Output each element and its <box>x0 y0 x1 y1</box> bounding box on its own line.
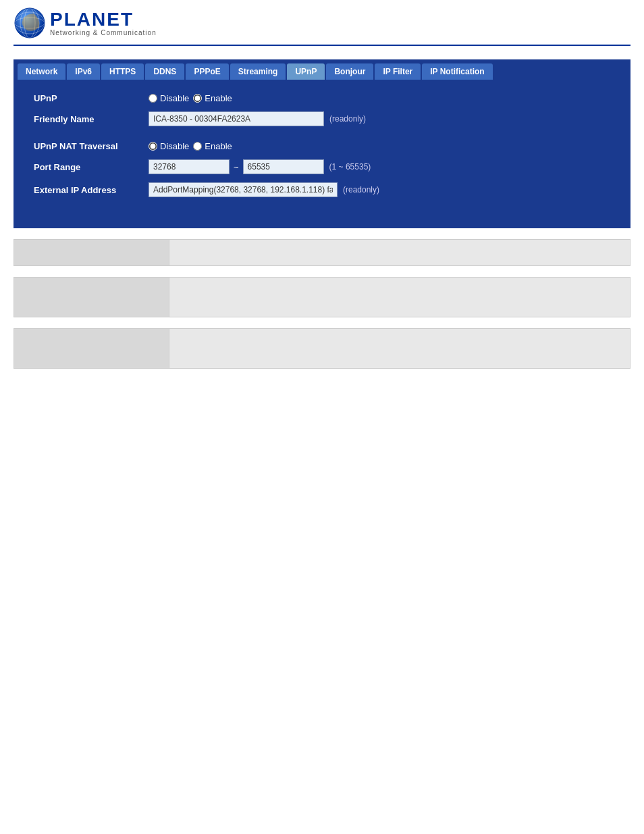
external-ip-input[interactable] <box>149 182 338 197</box>
upnp-disable-radio[interactable] <box>149 94 157 103</box>
gray-section-2-left <box>14 278 169 317</box>
port-to-input[interactable] <box>243 159 324 174</box>
nat-traversal-controls: Disable Enable <box>149 141 610 151</box>
logo-globe-icon <box>14 7 46 39</box>
port-range-row: Port Range ~ (1 ~ 65535) <box>34 159 610 174</box>
nat-enable-option[interactable]: Enable <box>193 141 232 151</box>
upnp-enable-label: Enable <box>205 93 232 103</box>
tab-bonjour[interactable]: Bonjour <box>326 63 373 80</box>
tab-streaming[interactable]: Streaming <box>230 63 286 80</box>
external-ip-label: External IP Address <box>34 185 149 195</box>
port-range-label: Port Range <box>34 162 149 172</box>
tab-pppoe[interactable]: PPPoE <box>186 63 228 80</box>
nat-traversal-row: UPnP NAT Traversal Disable Enable <box>34 141 610 151</box>
header: PLANET Networking & Communication <box>0 0 644 39</box>
nat-disable-option[interactable]: Disable <box>149 141 189 151</box>
upnp-label: UPnP <box>34 93 149 103</box>
port-from-input[interactable] <box>149 159 230 174</box>
friendly-name-controls: (readonly) <box>149 111 610 126</box>
tab-https[interactable]: HTTPS <box>101 63 144 80</box>
tab-ip-notification[interactable]: IP Notification <box>422 63 492 80</box>
nav-tabs: Network IPv6 HTTPS DDNS PPPoE Streaming … <box>14 59 630 80</box>
tab-ip-filter[interactable]: IP Filter <box>375 63 421 80</box>
spacer-1 <box>34 134 610 141</box>
upnp-enable-option[interactable]: Enable <box>193 93 232 103</box>
tab-ipv6[interactable]: IPv6 <box>67 63 100 80</box>
nat-radio-group: Disable Enable <box>149 141 232 151</box>
friendly-name-readonly: (readonly) <box>329 114 366 124</box>
gray-section-1-right <box>169 240 630 265</box>
logo: PLANET Networking & Communication <box>14 7 157 39</box>
brand-name: PLANET <box>50 10 157 29</box>
tab-network[interactable]: Network <box>18 63 65 80</box>
port-range-controls: ~ (1 ~ 65535) <box>149 159 610 174</box>
upnp-panel: UPnP Disable Enable Friendly Name <box>14 80 630 228</box>
upnp-row: UPnP Disable Enable <box>34 93 610 103</box>
port-range-hint: (1 ~ 65535) <box>329 162 371 172</box>
brand-tagline: Networking & Communication <box>50 29 157 36</box>
external-ip-row: External IP Address (readonly) <box>34 182 610 197</box>
upnp-disable-option[interactable]: Disable <box>149 93 189 103</box>
tab-ddns[interactable]: DDNS <box>145 63 184 80</box>
external-ip-controls: (readonly) <box>149 182 610 197</box>
upnp-radio-group: Disable Enable <box>149 93 232 103</box>
upnp-disable-label: Disable <box>160 93 189 103</box>
gray-section-3 <box>14 328 630 369</box>
logo-text: PLANET Networking & Communication <box>50 10 157 36</box>
gray-section-1 <box>14 239 630 266</box>
tab-upnp[interactable]: UPnP <box>287 63 325 80</box>
external-ip-readonly: (readonly) <box>343 185 379 194</box>
friendly-name-input[interactable] <box>149 111 324 126</box>
gray-section-2-right <box>169 278 630 317</box>
nat-traversal-label: UPnP NAT Traversal <box>34 141 149 151</box>
gray-section-2 <box>14 277 630 317</box>
nat-enable-radio[interactable] <box>193 142 202 151</box>
friendly-name-label: Friendly Name <box>34 114 149 124</box>
gray-section-1-left <box>14 240 169 265</box>
port-separator: ~ <box>234 162 239 172</box>
nat-enable-label: Enable <box>205 141 232 151</box>
gray-section-3-left <box>14 329 169 368</box>
upnp-enable-radio[interactable] <box>193 94 202 103</box>
nat-disable-label: Disable <box>160 141 189 151</box>
upnp-controls: Disable Enable <box>149 93 610 103</box>
main-content: Network IPv6 HTTPS DDNS PPPoE Streaming … <box>0 46 644 382</box>
gray-section-3-right <box>169 329 630 368</box>
nat-disable-radio[interactable] <box>149 142 157 151</box>
friendly-name-row: Friendly Name (readonly) <box>34 111 610 126</box>
